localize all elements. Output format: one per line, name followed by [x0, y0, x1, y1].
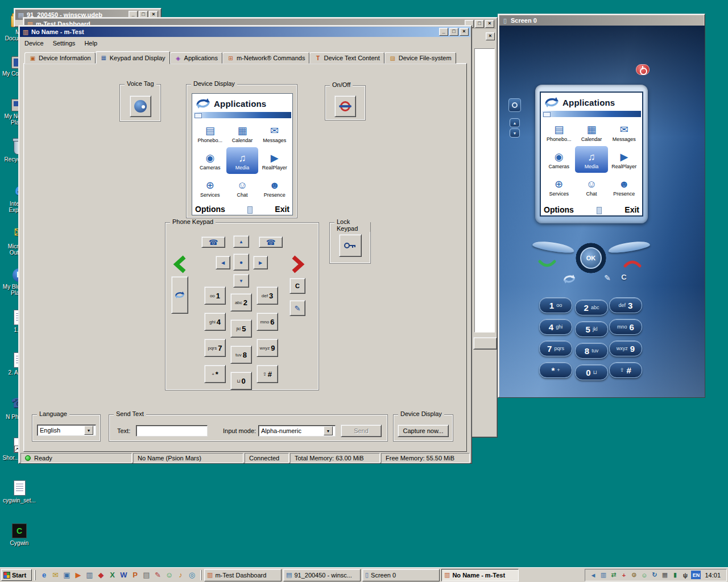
tab-device-information[interactable]: Device Information — [24, 52, 96, 64]
emu-key-star[interactable]: *+ — [539, 362, 572, 378]
forward-chevron-key[interactable] — [288, 255, 307, 274]
emu-key-5[interactable]: 5jkl — [575, 321, 608, 337]
chevron-down-icon[interactable]: ▼ — [324, 426, 333, 435]
input-mode-select[interactable]: Alpha-numeric ▼ — [258, 425, 336, 436]
battery-icon[interactable]: ▮ — [671, 571, 679, 579]
key-9[interactable]: wxyz9 — [257, 339, 278, 357]
capture-now-button[interactable]: Capture now... — [398, 425, 449, 437]
app-media[interactable]: Media — [575, 146, 607, 173]
emu-key-8[interactable]: 8tuv — [575, 343, 608, 359]
device-display-screen[interactable]: ApplicationsPhonebo...CalendarMessagesCa… — [192, 93, 293, 215]
app-calendar[interactable]: Calendar — [575, 119, 607, 146]
menu-settings[interactable]: Settings — [48, 39, 80, 48]
app-calendar[interactable]: Calendar — [226, 120, 259, 147]
end-call-key[interactable] — [259, 236, 283, 248]
language-select[interactable]: English ▼ — [37, 425, 96, 436]
close-button[interactable]: × — [485, 20, 494, 28]
volume-icon[interactable]: ◄ — [589, 571, 597, 579]
key-0[interactable]: ⊔0 — [230, 372, 252, 390]
app-phonebook[interactable]: Phonebo... — [543, 119, 575, 146]
emulator-power-button[interactable] — [636, 64, 650, 75]
power-button[interactable] — [334, 95, 356, 117]
emulator-scroll-down-button[interactable]: ▼ — [510, 128, 520, 138]
emu-key-2[interactable]: 2abc — [575, 300, 608, 315]
clear-key[interactable]: C — [618, 271, 630, 282]
emu-key-1[interactable]: 1oo — [539, 297, 572, 313]
paint-icon[interactable]: ✎ — [153, 570, 163, 580]
edit-key[interactable] — [601, 272, 614, 284]
close-button[interactable]: × — [486, 32, 495, 40]
key-4[interactable]: ghi4 — [204, 313, 226, 331]
excel-icon[interactable]: X — [107, 570, 117, 580]
select-key[interactable] — [233, 253, 249, 271]
start-button[interactable]: Start — [1, 569, 32, 581]
key-hash[interactable]: ⇧# — [257, 365, 278, 383]
notepad-icon[interactable]: ▤ — [142, 570, 151, 580]
antivirus-icon[interactable]: + — [619, 571, 628, 579]
powerpoint-icon[interactable]: P — [130, 570, 140, 580]
ok-button[interactable]: OK — [580, 247, 602, 269]
word-icon[interactable]: W — [119, 570, 129, 580]
mtest-window[interactable]: No Name - m-Test _ □ × Device Settings H… — [18, 25, 472, 464]
key-star[interactable]: +* — [204, 365, 226, 383]
send-text-input[interactable] — [136, 425, 208, 436]
app-chat[interactable]: Chat — [575, 173, 607, 200]
send-button[interactable]: Send — [341, 425, 382, 437]
tab-m-network-commands[interactable]: m-Network® Commands — [222, 52, 310, 64]
printer-icon[interactable]: ▦ — [660, 571, 669, 579]
call-key[interactable] — [536, 257, 558, 270]
emu-key-3[interactable]: def3 — [609, 297, 642, 313]
close-button[interactable]: × — [460, 28, 469, 36]
app-realplayer[interactable]: RealPlayer — [258, 147, 291, 174]
key-1[interactable]: oo1 — [204, 286, 226, 305]
scheduler-icon[interactable]: ⊙ — [630, 571, 638, 579]
app-messages[interactable]: Messages — [258, 120, 291, 147]
key-3[interactable]: def3 — [257, 286, 278, 305]
taskbar-button-m-test-dashboard[interactable]: ▥m-Test Dashboard — [204, 569, 282, 581]
emu-key-7[interactable]: 7pqrs — [539, 340, 572, 356]
desktop-icon-cygwin-set[interactable]: cygwin_set... — [1, 479, 38, 504]
screen0-titlebar[interactable]: Screen 0 — [499, 15, 704, 26]
media-library-icon[interactable]: ♪ — [176, 570, 185, 580]
update-icon[interactable]: ↻ — [650, 571, 659, 579]
softkey-options[interactable]: Options — [195, 205, 225, 214]
arrow-right-key[interactable] — [253, 256, 268, 269]
softkey-options[interactable]: Options — [544, 205, 574, 214]
key-7[interactable]: pqrs7 — [204, 339, 226, 357]
emulator-screen[interactable]: ApplicationsPhonebo...CalendarMessagesCa… — [540, 92, 643, 217]
emulator-scroll-up-button[interactable]: ▲ — [510, 118, 520, 127]
lock-keypad-button[interactable] — [339, 234, 362, 257]
end-call-key[interactable] — [622, 257, 643, 270]
key-8[interactable]: tuv8 — [230, 346, 252, 364]
menu-key[interactable] — [559, 272, 580, 286]
menu-key[interactable] — [171, 276, 188, 314]
emu-key-9[interactable]: wxyz9 — [609, 340, 642, 356]
tab-device-file-system[interactable]: Device File-system — [384, 52, 456, 64]
app-presence[interactable]: Presence — [258, 174, 291, 201]
my-computer-icon[interactable]: ▥ — [85, 570, 94, 580]
minimize-button[interactable]: _ — [439, 28, 448, 36]
outlook-mail-icon[interactable]: ✉ — [51, 570, 60, 580]
app-cameras[interactable]: Cameras — [543, 146, 575, 173]
messenger-icon[interactable]: ☺ — [164, 570, 174, 580]
arrow-left-key[interactable] — [216, 256, 230, 269]
app-presence[interactable]: Presence — [608, 173, 640, 200]
maximize-button[interactable]: □ — [449, 28, 458, 36]
app-media[interactable]: Media — [226, 147, 259, 174]
call-key[interactable] — [201, 236, 225, 248]
internet-explorer-icon[interactable]: e — [39, 570, 49, 580]
mtest-titlebar[interactable]: No Name - m-Test _ □ × — [20, 27, 470, 37]
key-2[interactable]: abc2 — [230, 293, 252, 311]
display-icon[interactable]: ▥ — [599, 571, 607, 579]
app-phonebook[interactable]: Phonebo... — [194, 120, 226, 147]
softkey-exit[interactable]: Exit — [275, 205, 289, 214]
key-5[interactable]: jkl5 — [230, 319, 252, 338]
tab-device-text-content[interactable]: Device Text Content — [309, 52, 384, 64]
chevron-down-icon[interactable]: ▼ — [84, 426, 93, 435]
messenger-icon[interactable]: ☺ — [640, 571, 648, 579]
voice-tag-button[interactable] — [130, 95, 151, 117]
edit-key[interactable] — [289, 300, 305, 316]
taskbar-button-91-200450-winsc[interactable]: ▤91_200450 - winsc... — [283, 569, 361, 581]
app-services[interactable]: Services — [194, 174, 226, 201]
desktop-icon-cygwin[interactable]: Cygwin — [1, 522, 38, 546]
